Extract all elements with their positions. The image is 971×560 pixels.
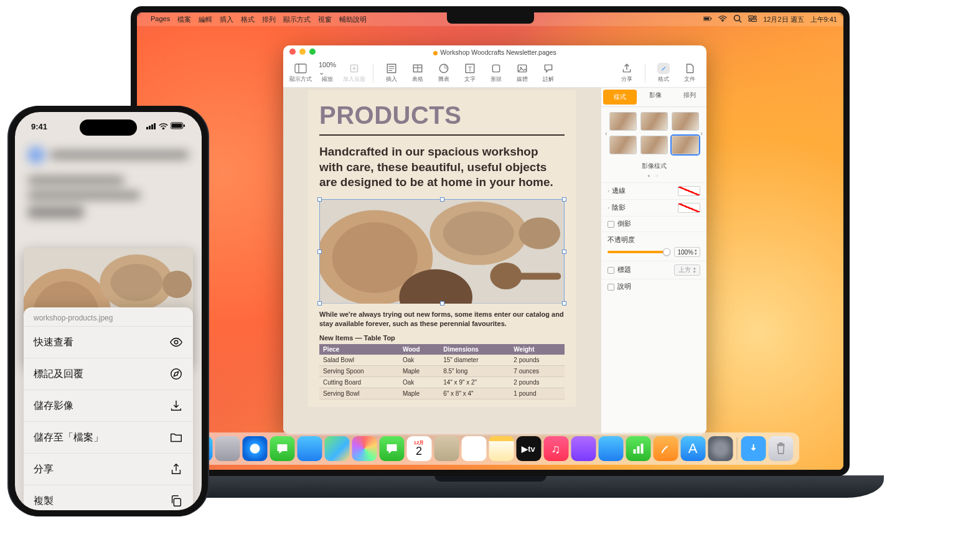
status-date[interactable]: 12月2日 週五 (763, 15, 804, 24)
dock-facetime[interactable] (379, 436, 404, 461)
dock-launchpad[interactable] (215, 436, 240, 461)
selection-handle[interactable] (317, 301, 322, 306)
table-row[interactable]: Salad BowlOak15" diameter2 pounds (319, 355, 565, 366)
dock-pages[interactable] (653, 436, 678, 461)
style-thumbnail[interactable] (672, 112, 699, 131)
spotlight-icon[interactable] (733, 14, 742, 24)
menu-arrange[interactable]: 排列 (262, 15, 276, 24)
dock-contacts[interactable] (434, 436, 459, 461)
document-canvas[interactable]: PRODUCTS Handcrafted in our spacious wor… (283, 88, 601, 434)
dock-messages[interactable] (270, 436, 294, 461)
menu-edit[interactable]: 編輯 (199, 15, 212, 24)
caption-position-select[interactable]: 上方▴▾ (674, 264, 700, 276)
selection-handle[interactable] (317, 197, 322, 202)
status-time[interactable]: 上午9:41 (810, 15, 837, 24)
view-button[interactable]: 顯示方式 (289, 63, 312, 83)
style-next[interactable]: › (701, 129, 703, 137)
text-button[interactable]: T文字 (459, 63, 481, 83)
document-button[interactable]: 文件 (679, 63, 700, 83)
dock-tv[interactable]: ▶tv (516, 436, 541, 461)
dock-trash[interactable] (768, 436, 793, 461)
style-thumbnail-selected[interactable] (672, 136, 699, 154)
close-button[interactable] (289, 49, 296, 55)
battery-icon[interactable] (703, 14, 712, 24)
tab-arrange[interactable]: 排列 (673, 88, 706, 106)
reflection-row[interactable]: 倒影 (601, 216, 706, 231)
chart-button[interactable]: 圖表 (433, 63, 454, 83)
menu-copy[interactable]: 複製 (24, 485, 193, 510)
style-thumbnail[interactable] (609, 136, 637, 154)
tab-image[interactable]: 影像 (639, 88, 672, 106)
minimize-button[interactable] (299, 49, 306, 55)
table-row[interactable]: Serving BowlMaple6" x 8" x 4"1 pound (319, 388, 565, 399)
format-button[interactable]: 格式 (653, 63, 674, 83)
app-name[interactable]: Pages (151, 15, 170, 24)
dock-photos[interactable] (352, 436, 377, 461)
opacity-stepper[interactable]: 100%▴▾ (674, 247, 700, 257)
reflection-checkbox[interactable] (607, 221, 614, 228)
dock-music[interactable]: ♫ (543, 436, 568, 461)
table-row[interactable]: Serving SpoonMaple8.5" long7 ounces (319, 366, 565, 377)
border-swatch[interactable] (678, 186, 700, 196)
border-row[interactable]: ›邊線 (601, 182, 706, 199)
share-button[interactable]: 分享 (616, 63, 637, 83)
dock-maps[interactable] (324, 436, 349, 461)
wifi-icon[interactable] (718, 14, 727, 24)
menu-share[interactable]: 分享 (24, 454, 193, 485)
selection-handle[interactable] (562, 197, 566, 202)
insert-button[interactable]: 插入 (381, 63, 402, 83)
style-thumbnail[interactable] (640, 136, 668, 154)
zoom-control[interactable]: 100% ⌄縮放 (317, 63, 338, 83)
dock-podcasts[interactable] (571, 436, 596, 461)
menu-save-to-files[interactable]: 儲存至「檔案」 (24, 422, 193, 454)
table-button[interactable]: 表格 (407, 63, 428, 83)
window-titlebar[interactable]: Workshop Woodcrafts Newsletter.pages (283, 45, 706, 59)
dock-notes[interactable] (489, 436, 514, 461)
dock-news[interactable] (598, 436, 623, 461)
comment-button[interactable]: 註解 (538, 63, 559, 83)
style-thumbnail[interactable] (640, 112, 668, 131)
caption-checkbox[interactable] (607, 267, 614, 274)
svg-point-56 (174, 340, 178, 344)
style-thumbnail[interactable] (609, 112, 637, 131)
shape-button[interactable]: 形狀 (486, 63, 507, 83)
menu-markup-reply[interactable]: 標記及回覆 (24, 358, 193, 390)
add-page-button[interactable]: 加入頁面 (343, 63, 365, 83)
dock-calendar[interactable]: 12月2 (406, 436, 431, 461)
dock-safari[interactable] (242, 436, 267, 461)
menu-file[interactable]: 檔案 (177, 15, 191, 24)
dock-numbers[interactable] (626, 436, 650, 461)
selection-handle[interactable] (440, 197, 444, 202)
dock-settings[interactable] (708, 436, 733, 461)
zoom-button[interactable] (309, 49, 316, 55)
style-page-dots[interactable]: ● ○ (601, 173, 706, 179)
menu-save-image[interactable]: 儲存影像 (24, 390, 193, 422)
shadow-swatch[interactable] (678, 203, 700, 213)
menu-insert[interactable]: 插入 (220, 15, 233, 24)
menu-window[interactable]: 視窗 (318, 15, 332, 24)
description-row[interactable]: 說明 (601, 279, 706, 294)
control-center-icon[interactable] (748, 14, 757, 24)
selection-handle[interactable] (317, 250, 322, 254)
slider-knob[interactable] (663, 248, 670, 256)
description-checkbox[interactable] (607, 284, 614, 291)
menu-quick-look[interactable]: 快速查看 (24, 327, 193, 358)
dock-mail[interactable] (297, 436, 322, 461)
shadow-row[interactable]: ›陰影 (601, 199, 706, 216)
opacity-slider[interactable] (607, 251, 670, 253)
selection-handle[interactable] (562, 250, 566, 254)
dock-reminders[interactable] (461, 436, 486, 461)
media-button[interactable]: 媒體 (512, 63, 533, 83)
tab-style[interactable]: 樣式 (603, 90, 637, 105)
selection-handle[interactable] (562, 301, 566, 306)
selected-image[interactable] (319, 199, 565, 304)
products-table[interactable]: Piece Wood Dimensions Weight Salad BowlO… (319, 344, 565, 399)
dock-appstore[interactable]: A (680, 436, 705, 461)
menu-format[interactable]: 格式 (241, 15, 255, 24)
menu-help[interactable]: 輔助說明 (339, 15, 367, 24)
selection-handle[interactable] (440, 301, 444, 306)
caption-row[interactable]: 標題 上方▴▾ (601, 261, 706, 279)
table-row[interactable]: Cutting BoardOak14" x 9" x 2"2 pounds (319, 377, 565, 388)
menu-view[interactable]: 顯示方式 (283, 15, 311, 24)
dock-downloads[interactable] (741, 436, 766, 461)
